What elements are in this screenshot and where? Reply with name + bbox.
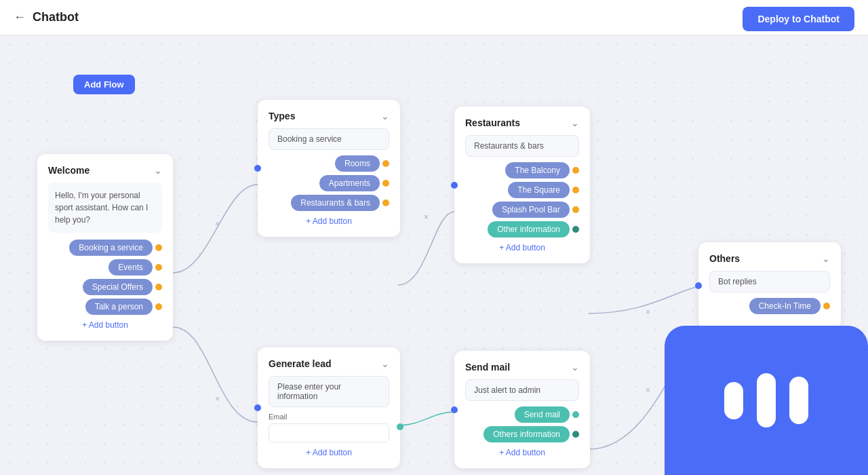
splash-pool-dot: [572, 206, 579, 213]
chatbot-widget: [665, 326, 868, 475]
restaurants-bars-button[interactable]: Restaurants & bars: [291, 195, 380, 211]
add-flow-button[interactable]: Add Flow: [73, 75, 135, 94]
restaurants-bars-dot: [382, 200, 389, 206]
generate-add-button[interactable]: + Add button: [269, 448, 389, 457]
booking-button-row: Booking a service: [48, 240, 162, 256]
others-chevron-icon[interactable]: ⌄: [822, 253, 830, 264]
others-card-title: Others: [709, 253, 740, 264]
special-offers-button-row: Special Offers: [48, 279, 162, 295]
send-mail-add-button[interactable]: + Add button: [465, 448, 579, 457]
generate-card-header: Generate lead ⌄: [269, 358, 389, 369]
balcony-dot: [572, 167, 579, 174]
special-offers-dot: [155, 284, 162, 290]
special-offers-button[interactable]: Special Offers: [83, 279, 153, 295]
welcome-chevron-icon[interactable]: ⌄: [154, 165, 162, 176]
rooms-dot: [382, 160, 389, 167]
chat-bar-2: [757, 373, 776, 428]
others-card-header: Others ⌄: [709, 253, 830, 264]
talk-person-dot: [155, 303, 162, 310]
types-input: Booking a service: [269, 128, 389, 150]
restaurants-left-connector: [451, 182, 458, 189]
talk-person-button-row: Talk a person: [48, 299, 162, 315]
checkin-button-row: Check-In Time: [709, 298, 830, 314]
send-mail-card-header: Send mail ⌄: [465, 362, 579, 373]
square-button-row: The Square: [465, 182, 579, 198]
svg-text:×: ×: [215, 219, 220, 229]
apartments-button-row: Apartments: [269, 175, 389, 191]
rooms-button-row: Rooms: [269, 155, 389, 172]
talk-person-button[interactable]: Talk a person: [85, 299, 153, 315]
send-mail-button[interactable]: Send mail: [515, 406, 570, 423]
other-info-button-row: Other information: [465, 221, 579, 238]
svg-text:×: ×: [646, 385, 650, 395]
types-card: Types ⌄ Booking a service Rooms Apartmen…: [258, 100, 400, 237]
others-left-connector: [695, 282, 702, 289]
restaurants-input: Restaurants & bars: [465, 135, 579, 157]
restaurants-chevron-icon[interactable]: ⌄: [571, 117, 579, 128]
square-dot: [572, 187, 579, 193]
send-mail-button-row: Send mail: [465, 406, 579, 423]
apartments-dot: [382, 180, 389, 187]
types-chevron-icon[interactable]: ⌄: [381, 111, 389, 121]
others-card: Others ⌄ Bot replies Check-In Time: [698, 242, 841, 328]
splash-pool-button[interactable]: Splash Pool Bar: [492, 202, 570, 218]
chat-bar-1: [724, 382, 743, 419]
restaurants-add-button[interactable]: + Add button: [465, 243, 579, 252]
send-mail-dot: [572, 411, 579, 418]
email-label: Email: [269, 413, 389, 421]
others-input: Bot replies: [709, 271, 830, 292]
square-button[interactable]: The Square: [508, 182, 570, 198]
booking-service-button[interactable]: Booking a service: [69, 240, 153, 256]
checkin-dot: [823, 303, 830, 309]
others-info-button-row: Others information: [465, 426, 579, 442]
events-button-row: Events: [48, 259, 162, 276]
types-left-connector: [254, 165, 261, 172]
canvas: × × × × × Add Flow Welcome ⌄ Hello, I'm …: [0, 35, 868, 475]
welcome-message: Hello, I'm your personal sport assistant…: [48, 183, 162, 233]
email-connector-dot: [397, 423, 403, 430]
send-mail-card: Send mail ⌄ Just alert to admin Send mai…: [454, 351, 590, 468]
send-mail-card-title: Send mail: [465, 362, 510, 373]
events-dot: [155, 264, 162, 271]
restaurants-bars-button-row: Restaurants & bars: [269, 195, 389, 211]
apartments-button[interactable]: Apartments: [319, 175, 380, 191]
header: ← Chatbot Deploy to Chatbot: [0, 0, 868, 35]
events-button[interactable]: Events: [108, 259, 153, 276]
restaurants-card-title: Restaurants: [465, 117, 520, 128]
svg-text:×: ×: [424, 212, 429, 222]
chat-bar-3: [789, 377, 808, 424]
balcony-button-row: The Balcony: [465, 162, 579, 178]
email-input[interactable]: [269, 423, 389, 442]
booking-dot: [155, 244, 162, 251]
other-info-button[interactable]: Other information: [488, 221, 570, 238]
deploy-button[interactable]: Deploy to Chatbot: [743, 7, 854, 31]
generate-lead-card: Generate lead ⌄ Please enter your inform…: [258, 347, 400, 468]
rooms-button[interactable]: Rooms: [335, 155, 380, 172]
welcome-card-title: Welcome: [48, 165, 90, 176]
email-field-group: Email: [269, 413, 389, 442]
splash-pool-button-row: Splash Pool Bar: [465, 202, 579, 218]
restaurants-card-header: Restaurants ⌄: [465, 117, 579, 128]
generate-chevron-icon[interactable]: ⌄: [381, 358, 389, 369]
types-add-button[interactable]: + Add button: [269, 216, 389, 226]
send-mail-left-connector: [451, 406, 458, 413]
welcome-card-header: Welcome ⌄: [48, 165, 162, 176]
types-card-header: Types ⌄: [269, 111, 389, 121]
send-mail-input: Just alert to admin: [465, 379, 579, 401]
send-mail-chevron-icon[interactable]: ⌄: [571, 362, 579, 373]
welcome-add-button[interactable]: + Add button: [48, 320, 162, 330]
checkin-button[interactable]: Check-In Time: [749, 298, 821, 314]
others-info-button[interactable]: Others information: [484, 426, 570, 442]
page-title: Chatbot: [33, 10, 79, 24]
restaurants-card: Restaurants ⌄ Restaurants & bars The Bal…: [454, 107, 590, 263]
balcony-button[interactable]: The Balcony: [505, 162, 570, 178]
back-button[interactable]: ←: [14, 10, 26, 24]
generate-left-connector: [254, 404, 261, 411]
generate-input: Please enter your information: [269, 376, 389, 407]
types-card-title: Types: [269, 111, 295, 121]
generate-card-title: Generate lead: [269, 358, 332, 369]
others-info-dot: [572, 431, 579, 438]
other-info-dot: [572, 226, 579, 233]
welcome-card: Welcome ⌄ Hello, I'm your personal sport…: [37, 154, 173, 341]
svg-text:×: ×: [646, 307, 650, 317]
